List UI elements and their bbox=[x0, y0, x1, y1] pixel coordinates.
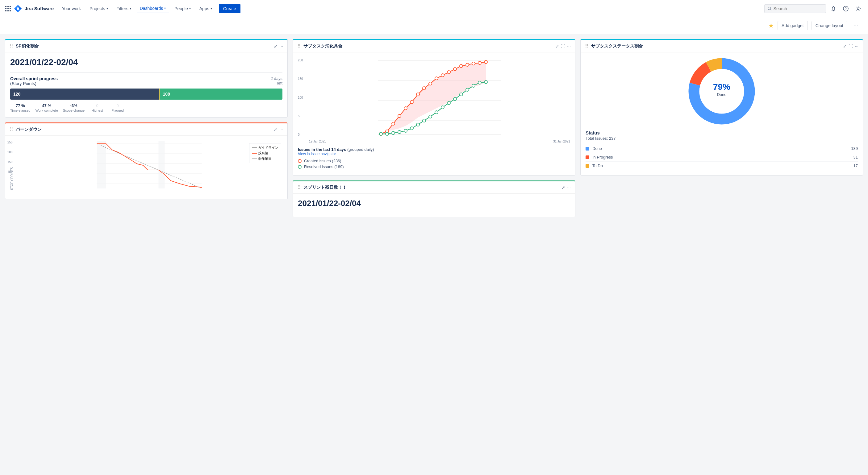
more-icon[interactable]: ··· bbox=[855, 44, 859, 49]
help-button[interactable]: ? bbox=[841, 4, 851, 13]
expand-icon[interactable]: ⤢ bbox=[843, 44, 847, 49]
x-start-label: 19 Jan 2021 bbox=[309, 140, 326, 143]
legend-dot-green bbox=[298, 165, 302, 169]
legend-dot-red bbox=[298, 159, 302, 163]
status-done-color bbox=[586, 147, 589, 150]
sprint-date: 2021/01/22-02/04 bbox=[298, 199, 570, 208]
add-gadget-button[interactable]: Add gadget bbox=[778, 21, 808, 30]
sp-date: 2021/01/22-02/04 bbox=[10, 57, 282, 67]
svg-text:?: ? bbox=[845, 7, 847, 10]
more-icon[interactable]: ··· bbox=[567, 44, 571, 49]
drag-handle[interactable]: ⠿ bbox=[585, 43, 589, 49]
status-done-label: Done bbox=[592, 146, 848, 151]
drag-handle[interactable]: ⠿ bbox=[9, 127, 13, 132]
nav-people[interactable]: People bbox=[171, 4, 194, 13]
status-row-inprogress: In Progress 31 bbox=[586, 153, 858, 162]
svg-point-34 bbox=[404, 107, 407, 110]
more-options-button[interactable]: ··· bbox=[851, 21, 861, 30]
status-row-done: Done 189 bbox=[586, 144, 858, 153]
sp-bar-dark: 120 bbox=[10, 89, 159, 100]
svg-point-43 bbox=[460, 64, 463, 68]
legend-resolved: Resolved issues (189) bbox=[298, 164, 570, 169]
expand-icon[interactable]: ⤢ bbox=[555, 44, 559, 49]
view-navigator-link[interactable]: View in Issue navigator bbox=[298, 152, 570, 156]
svg-point-59 bbox=[447, 101, 451, 105]
svg-point-44 bbox=[466, 63, 469, 66]
drag-handle[interactable]: ⠿ bbox=[9, 43, 13, 49]
expand-icon[interactable]: ⤢ bbox=[274, 44, 278, 49]
nav-apps[interactable]: Apps bbox=[196, 4, 215, 13]
burndown-legend: ガイドライン 残余値 非作業日 bbox=[249, 143, 281, 163]
svg-point-47 bbox=[484, 61, 487, 64]
gadget-actions: ⤢ ⛶ ··· bbox=[555, 44, 571, 49]
more-icon[interactable]: ··· bbox=[279, 44, 283, 49]
sprint-days-gadget-body: 2021/01/22-02/04 bbox=[293, 194, 575, 217]
svg-point-33 bbox=[398, 114, 401, 117]
status-row-todo: To Do 17 bbox=[586, 162, 858, 170]
nav-your-work[interactable]: Your work bbox=[59, 4, 84, 13]
dashboard-toolbar: ★ Add gadget Change layout ··· bbox=[0, 17, 868, 34]
svg-text:Done: Done bbox=[717, 92, 726, 97]
jira-icon bbox=[13, 4, 22, 13]
sp-stat-scope: -3% Scope change bbox=[63, 103, 85, 112]
legend-created: Created issues (236) bbox=[298, 159, 570, 163]
svg-point-60 bbox=[454, 98, 457, 101]
nav-projects[interactable]: Projects bbox=[87, 4, 111, 13]
status-todo-count: 17 bbox=[854, 164, 858, 168]
svg-rect-0 bbox=[5, 6, 6, 7]
more-icon[interactable]: ··· bbox=[279, 127, 283, 132]
settings-button[interactable] bbox=[853, 4, 863, 13]
sprint-days-gadget-header: ⠿ スプリント残日数！！ ⤢ ··· bbox=[293, 181, 575, 194]
gadget-actions: ⤢ ⛶ ··· bbox=[843, 44, 859, 49]
search-icon bbox=[768, 6, 772, 11]
notifications-button[interactable] bbox=[829, 4, 838, 13]
burndown-gadget-body: STORY POINTS 250 200 150 100 bbox=[5, 136, 287, 199]
sp-stat-work: 47 % Work complete bbox=[35, 103, 58, 112]
gadget-actions: ⤢ ··· bbox=[561, 185, 571, 190]
svg-rect-7 bbox=[7, 10, 9, 11]
svg-rect-21 bbox=[97, 141, 106, 189]
svg-rect-5 bbox=[9, 8, 11, 9]
svg-point-53 bbox=[410, 127, 413, 130]
nav-dashboards[interactable]: Dashboards bbox=[137, 4, 169, 13]
burndown-chart-svg bbox=[16, 141, 282, 193]
expand-icon[interactable]: ⤢ bbox=[561, 185, 565, 190]
nav-filters[interactable]: Filters bbox=[114, 4, 134, 13]
fullscreen-icon[interactable]: ⛶ bbox=[561, 44, 565, 49]
more-icon[interactable]: ··· bbox=[567, 185, 571, 190]
status-gadget: ⠿ サブタスクステータス割合 ⤢ ⛶ ··· bbox=[580, 39, 863, 175]
fullscreen-icon[interactable]: ⛶ bbox=[848, 44, 853, 49]
drag-handle[interactable]: ⠿ bbox=[297, 43, 301, 49]
search-input[interactable] bbox=[774, 6, 823, 11]
legend-resolved-label: Resolved issues (189) bbox=[304, 164, 344, 169]
change-layout-button[interactable]: Change layout bbox=[811, 21, 847, 30]
subtask-gadget-title: サブタスク消化具合 bbox=[304, 43, 553, 49]
svg-point-57 bbox=[435, 111, 438, 114]
svg-point-37 bbox=[423, 87, 426, 90]
subtask-gadget-body: 200 150 100 50 0 bbox=[293, 53, 575, 175]
burndown-gadget: ⠿ バーンダウン ⤢ ··· STORY POINTS 250 200 150 … bbox=[5, 123, 288, 199]
svg-line-11 bbox=[771, 9, 771, 10]
status-done-count: 189 bbox=[851, 146, 858, 151]
svg-text:79%: 79% bbox=[713, 82, 730, 92]
svg-point-65 bbox=[484, 80, 487, 83]
svg-point-58 bbox=[441, 106, 444, 109]
search-box[interactable] bbox=[764, 4, 826, 13]
y-axis-label: STORY POINTS bbox=[10, 141, 13, 190]
app-logo[interactable]: Jira Software bbox=[5, 4, 54, 13]
status-inprogress-color bbox=[586, 156, 589, 159]
star-icon[interactable]: ★ bbox=[768, 22, 774, 29]
svg-point-36 bbox=[416, 93, 420, 96]
svg-rect-6 bbox=[5, 10, 6, 11]
burndown-gadget-header: ⠿ バーンダウン ⤢ ··· bbox=[5, 123, 287, 136]
sp-progress-subtitle: (Story Points) bbox=[10, 81, 58, 86]
drag-handle[interactable]: ⠿ bbox=[297, 184, 301, 190]
create-button[interactable]: Create bbox=[219, 4, 241, 13]
donut-container: 79% Done bbox=[581, 53, 863, 130]
expand-icon[interactable]: ⤢ bbox=[274, 127, 278, 132]
status-gadget-title: サブタスクステータス割合 bbox=[591, 43, 840, 49]
sp-gadget-body: 2021/01/22-02/04 Overall sprint progress… bbox=[5, 53, 287, 117]
svg-rect-3 bbox=[5, 8, 6, 9]
sp-stat-highest: 0 Highest bbox=[90, 103, 105, 112]
svg-point-45 bbox=[472, 62, 475, 65]
